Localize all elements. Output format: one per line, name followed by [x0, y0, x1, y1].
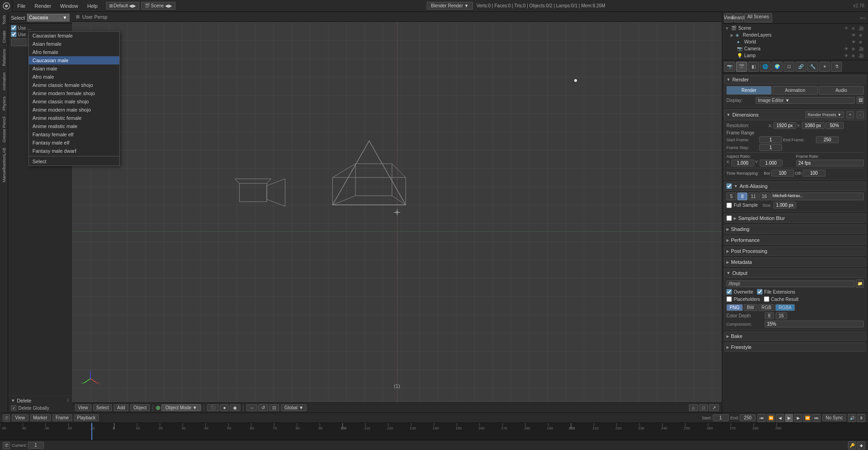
aa-header[interactable]: ▼ Anti-Aliasing	[724, 182, 866, 191]
aa-8[interactable]: 8	[737, 193, 747, 200]
left-vtab-create[interactable]: Create	[0, 27, 8, 46]
vp-icon-3[interactable]: ↗	[709, 404, 719, 411]
timeline-view-btn[interactable]: View	[12, 414, 28, 421]
cam-vis[interactable]: 👁	[844, 47, 851, 51]
left-vtab-physics[interactable]: Physics	[0, 93, 8, 113]
delete-globally-checkbox[interactable]: ✓	[11, 405, 16, 411]
freestyle-header[interactable]: ▶ Freestyle	[724, 343, 866, 352]
display-icon-btn[interactable]: 🖼	[857, 96, 864, 104]
modifier-tab[interactable]: 🔧	[807, 62, 818, 72]
menu-window[interactable]: Window	[56, 0, 83, 11]
constraints-tab[interactable]: 🔗	[795, 62, 806, 72]
performance-header[interactable]: ▶ Performance	[724, 236, 866, 245]
format-rgba[interactable]: RGBA	[775, 304, 794, 311]
bake-header[interactable]: ▶ Bake	[724, 332, 866, 341]
bor-val[interactable]: 100	[771, 170, 794, 177]
left-vtab-relations[interactable]: Relations	[0, 46, 8, 69]
menu-file[interactable]: File	[13, 0, 30, 11]
timeline-end-input[interactable]	[740, 414, 756, 421]
format-bw[interactable]: BW	[744, 304, 757, 311]
dropdown-fantasy-male-dwarf[interactable]: Fantasy male dwarf	[29, 147, 119, 155]
full-sample-cb[interactable]	[726, 203, 732, 208]
dimensions-del-btn[interactable]: -	[857, 111, 864, 118]
rl-icon2[interactable]: ⊕	[859, 33, 865, 38]
world-icon2[interactable]: ⊕	[859, 40, 865, 44]
lamp-sel[interactable]: ⊕	[852, 54, 858, 58]
dropdown-select[interactable]: Select	[29, 157, 119, 166]
shading-header[interactable]: ▶ Shading	[724, 225, 866, 234]
lamp-rnd[interactable]: 🎥	[859, 54, 865, 58]
cd-16[interactable]: 16	[776, 312, 787, 319]
dimensions-header[interactable]: ▼ Dimensions Render Presets ▼ + -	[724, 109, 866, 120]
world-props-tab[interactable]: 🌍	[772, 62, 783, 72]
cache-result-cb[interactable]	[764, 296, 769, 302]
end-frame-value[interactable]: 250	[816, 136, 839, 143]
step-back-btn[interactable]: ⏪	[767, 414, 775, 422]
use-checkbox-1[interactable]	[11, 25, 16, 31]
viewport-ctrl-2[interactable]: ●	[220, 404, 229, 411]
left-vtab-manuel[interactable]: ManuelbastionLAB	[0, 145, 8, 185]
timeline-marker-btn[interactable]: Marker	[30, 414, 51, 421]
layer-props-tab[interactable]: ◧	[748, 62, 759, 72]
step-fwd-btn[interactable]: ⏩	[803, 414, 811, 422]
dropdown-afro-female[interactable]: Afro female	[29, 48, 119, 56]
left-vtab-tools[interactable]: Tools	[0, 12, 8, 27]
dropdown-anime-realistic-female[interactable]: Anime realistic female	[29, 114, 119, 122]
play-btn[interactable]: ▶	[785, 414, 793, 422]
play-back-btn[interactable]: ◀	[776, 414, 784, 422]
dimensions-add-btn[interactable]: +	[847, 111, 854, 118]
search-tab-btn[interactable]: Search	[734, 13, 743, 22]
engine-selector[interactable]: Blender Render ▼	[427, 2, 473, 10]
jump-start-btn[interactable]: ⏮	[757, 414, 766, 422]
tree-lamp[interactable]: 💡 Lamp 👁 ⊕ 🎥	[723, 52, 867, 59]
format-rgb[interactable]: RGB	[758, 304, 775, 311]
render-btn[interactable]: Render	[726, 86, 772, 95]
dropdown-caucasian-female[interactable]: Caucasian female	[29, 32, 119, 40]
dropdown-caucasian-male[interactable]: Caucasian male	[29, 56, 119, 64]
delete-globally-row[interactable]: ✓ Delete Globally	[11, 405, 69, 411]
camera-props-tab[interactable]: 📷	[724, 62, 735, 72]
viewport-view-btn[interactable]: View	[75, 404, 91, 411]
viewport-add-btn[interactable]: Add	[114, 404, 128, 411]
bottom-icon-1[interactable]: 🔑	[848, 441, 856, 450]
output-path-field[interactable]: //tmp\	[726, 280, 855, 287]
timeline-icon[interactable]: ⏱	[3, 414, 10, 422]
smb-header[interactable]: ▶ Sampled Motion Blur	[724, 214, 866, 223]
tree-renderlayers[interactable]: ▶ ◈ RenderLayers 👁 ⊕	[723, 32, 867, 38]
display-dropdown[interactable]: Image Editor ▼	[756, 97, 855, 104]
aa-11[interactable]: 11	[748, 193, 758, 200]
cam-rnd[interactable]: 🎥	[859, 47, 865, 51]
timeline-extra-1[interactable]: ⏸	[857, 414, 865, 422]
audio-btn[interactable]: Audio	[819, 86, 864, 95]
aspect-y-val[interactable]: 1.000	[760, 160, 783, 166]
scene-props-tab[interactable]: 🌐	[760, 62, 771, 72]
tree-scene-vis[interactable]: 👁	[844, 26, 851, 31]
current-frame-input[interactable]	[28, 442, 44, 449]
manip-icon-1[interactable]: ↔	[246, 404, 257, 411]
rl-icon1[interactable]: 👁	[852, 33, 858, 38]
smb-checkbox[interactable]	[726, 215, 732, 221]
use-checkbox-2[interactable]	[11, 32, 16, 37]
dropdown-afro-male[interactable]: Afro male	[29, 73, 119, 81]
cd-8[interactable]: 8	[765, 312, 774, 319]
bottom-icon[interactable]: ⏱	[3, 442, 10, 449]
framerate-val[interactable]: 24 fps	[796, 160, 864, 166]
global-btn[interactable]: Global ▼	[281, 404, 307, 411]
dropdown-fantasy-female-elf[interactable]: Fantasy female elf	[29, 130, 119, 139]
viewport-object-btn[interactable]: Object	[130, 404, 150, 411]
render-section-header[interactable]: ▼ Render	[724, 75, 866, 84]
dropdown-anime-modern-male-shojo[interactable]: Anime modern male shojo	[29, 106, 119, 114]
aa-16[interactable]: 16	[759, 193, 769, 200]
timeline-start-input[interactable]	[713, 414, 729, 421]
viewport-ctrl-3[interactable]: ◉	[230, 404, 240, 411]
tree-world[interactable]: ● World 👁 ⊕	[723, 38, 867, 45]
frame-step-value[interactable]: 1	[759, 144, 782, 151]
play-fwd-btn[interactable]: ▶	[794, 414, 802, 422]
viewport-select-btn[interactable]: Select	[93, 404, 112, 411]
jump-end-btn[interactable]: ⏭	[812, 414, 820, 422]
animation-btn[interactable]: Animation	[773, 86, 818, 95]
world-icon1[interactable]: 👁	[852, 40, 858, 44]
tree-scene-sel[interactable]: ⊕	[852, 26, 858, 31]
res-x-value[interactable]: 1920 px	[773, 122, 796, 129]
oth-val[interactable]: 100	[803, 170, 826, 177]
